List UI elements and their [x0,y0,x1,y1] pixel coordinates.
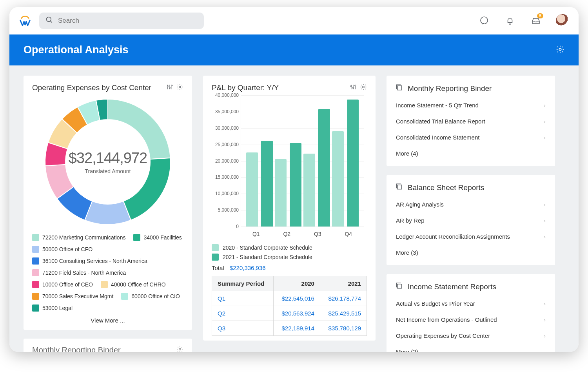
svg-point-9 [350,85,352,87]
report-link[interactable]: Operating Expenses by Cost Center› [395,328,546,344]
bar[interactable] [318,109,330,227]
value-link[interactable]: $25,429,515 [328,310,361,317]
legend-label: 34000 Facilities [143,234,181,241]
chevron-right-icon: › [544,201,546,208]
legend-swatch [212,244,219,251]
legend-item[interactable]: 60000 Office of CIO [121,293,180,300]
bar[interactable] [303,154,315,227]
legend-item[interactable]: 53000 Legal [32,304,73,312]
period-link[interactable]: Q2 [218,310,225,317]
settings-sliders-icon[interactable] [166,83,173,92]
y-tick-label: 35,000,000 [213,109,239,114]
gear-icon[interactable] [360,83,367,92]
search-input[interactable] [58,17,198,25]
search-box[interactable] [39,13,204,29]
settings-gear-icon[interactable] [556,45,564,55]
page-title: Operational Analysis [24,44,129,56]
table-row: Q2$20,563,924$25,429,515 [212,306,367,321]
svg-point-7 [179,86,181,88]
report-group-title: Monthly Reporting Binder [408,84,492,93]
legend-item[interactable]: 70000 Sales Executive Mgmt [32,293,113,300]
y-tick-label: 30,000,000 [213,125,239,131]
more-link[interactable]: More (4) [395,145,546,161]
chevron-right-icon: › [544,316,546,323]
report-group-title: Income Statement Reports [408,283,496,291]
svg-point-6 [171,85,172,86]
inbox-icon[interactable]: 5 [530,15,542,27]
card-income-statement-reports: Income Statement ReportsActual vs Budget… [387,274,555,352]
bar[interactable] [332,131,344,227]
report-link[interactable]: Consolidated Income Statement› [395,129,546,145]
legend-item[interactable]: 36100 Consulting Services - North Americ… [32,257,147,265]
legend-item[interactable]: 71200 Field Sales - North America [32,269,126,276]
view-more-link[interactable]: View More ... [32,312,183,325]
more-link[interactable]: More (3) [395,245,546,261]
bar[interactable] [246,152,258,227]
y-tick-label: 5,000,000 [213,207,239,213]
bar[interactable] [261,141,273,227]
chevron-right-icon: › [544,332,546,339]
donut-subtitle: Translated Amount [85,168,131,174]
value-link[interactable]: $26,178,774 [328,295,361,302]
report-link[interactable]: Consolidated Trial Balance Report› [395,113,546,129]
legend-item[interactable]: 10000 Office of CEO [32,281,93,288]
bell-icon[interactable] [504,15,516,27]
legend-item[interactable]: 40000 Office of CHRO [101,281,166,288]
value-link[interactable]: $22,189,914 [282,325,314,332]
chevron-right-icon: › [544,300,546,307]
svg-point-11 [355,85,356,86]
report-link[interactable]: Actual vs Budget vs Prior Year› [395,295,546,312]
legend-item[interactable]: 34000 Facilities [133,234,181,241]
legend-item[interactable]: 72200 Marketing Communications [32,234,125,241]
legend-label: 2020 - Standard Corporate Schedule [223,245,312,251]
legend-swatch [32,293,39,300]
total-value: $220,336,936 [230,265,266,271]
svg-point-4 [167,85,168,87]
card-pl-by-quarter: P&L by Quarter: Y/Y 05,000,00010,000,000… [203,76,376,341]
bar[interactable] [290,143,301,227]
avatar[interactable] [556,14,569,27]
report-link[interactable]: Income Statement - 5 Qtr Trend› [395,97,546,113]
report-link-label: Consolidated Trial Balance Report [396,118,485,125]
legend-item[interactable]: 2020 - Standard Corporate Schedule [212,244,367,251]
legend-swatch [32,234,39,241]
donut-amount: $32,144,972 [69,150,147,167]
report-group-title: Balance Sheet Reports [408,183,484,192]
svg-rect-13 [397,86,402,90]
legend-item[interactable]: 2021 - Standard Corporate Schedule [212,254,367,261]
report-link-label: Income Statement - 5 Qtr Trend [396,102,479,109]
bar[interactable] [347,100,359,227]
gear-icon[interactable] [176,83,183,92]
more-link[interactable]: More (2) [395,344,546,352]
value-link[interactable]: $20,563,924 [282,310,314,317]
legend-label: 36100 Consulting Services - North Americ… [42,258,147,264]
x-tick-label: Q4 [345,231,352,237]
report-link-label: Consolidated Income Statement [396,134,479,141]
legend-swatch [32,281,39,288]
report-link[interactable]: Net Income from Operations - Outlined› [395,312,546,328]
inbox-badge: 5 [537,13,543,18]
legend-swatch [133,234,140,241]
table-row: Q1$22,545,016$26,178,774 [212,291,367,306]
period-link[interactable]: Q3 [218,325,225,332]
chat-icon[interactable] [478,15,490,27]
report-link-label: AR by Rep [396,217,425,224]
value-link[interactable]: $22,545,016 [282,295,314,302]
bar[interactable] [275,159,287,227]
y-tick-label: 0 [213,224,239,229]
period-link[interactable]: Q1 [218,295,225,302]
app-logo [19,14,31,27]
settings-sliders-icon[interactable] [350,83,357,92]
legend-item[interactable]: 50000 Office of CFO [32,246,93,253]
gear-icon[interactable] [176,346,183,352]
y-tick-label: 20,000,000 [213,158,239,164]
value-link[interactable]: $35,780,129 [328,325,361,332]
stack-icon [395,83,403,93]
report-link[interactable]: AR Aging Analysis› [395,196,546,212]
legend-label: 53000 Legal [42,305,73,311]
svg-rect-15 [397,284,402,288]
report-link[interactable]: Ledger Account Reconciliation Assignment… [395,228,546,245]
bar-chart[interactable]: 05,000,00010,000,00015,000,00020,000,000… [212,95,367,240]
report-link[interactable]: AR by Rep› [395,212,546,228]
page-title-bar: Operational Analysis [9,34,579,65]
